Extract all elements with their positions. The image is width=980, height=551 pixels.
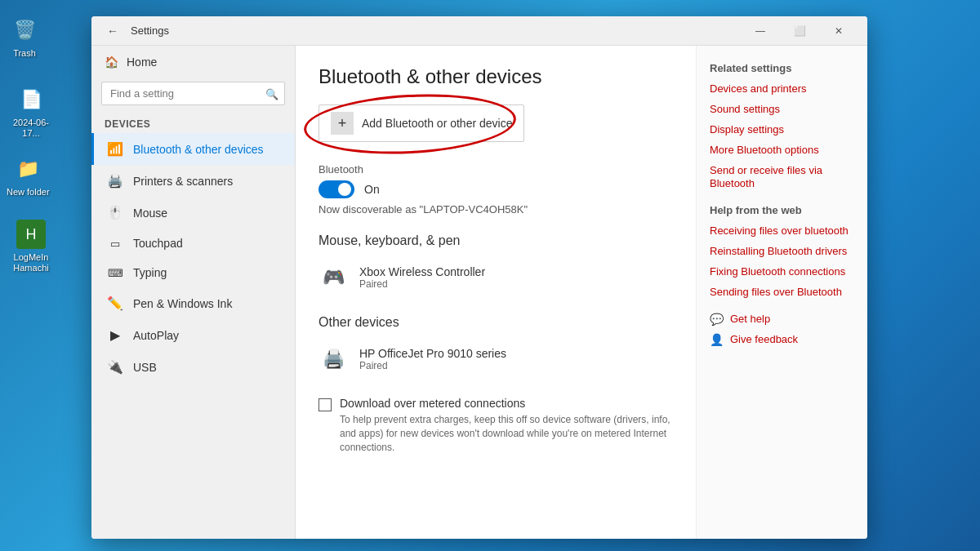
- related-link-devices-printers[interactable]: Devices and printers: [710, 82, 854, 96]
- xbox-status: Paired: [359, 278, 485, 290]
- give-feedback-icon: 👤: [710, 333, 724, 346]
- give-feedback-link[interactable]: Give feedback: [730, 333, 798, 347]
- pen-icon: ✏️: [107, 295, 123, 311]
- download-checkbox[interactable]: [318, 398, 332, 411]
- checkbox-text: Download over metered connections To hel…: [340, 397, 673, 454]
- home-icon: 🏠: [105, 56, 118, 69]
- sidebar-label-pen: Pen & Windows Ink: [133, 297, 232, 310]
- sidebar-label-autoplay: AutoPlay: [133, 329, 179, 342]
- autoplay-icon: ▶: [107, 327, 123, 343]
- home-label: Home: [127, 56, 157, 69]
- device-item-xbox[interactable]: 🎮 Xbox Wireless Controller Paired: [318, 258, 673, 297]
- checkbox-label: Download over metered connections: [340, 397, 673, 410]
- page-title: Bluetooth & other devices: [318, 65, 673, 88]
- hp-printer-icon: 🖨️: [318, 344, 348, 374]
- minimize-button[interactable]: —: [742, 18, 779, 44]
- help-link-reinstalling[interactable]: Reinstalling Bluetooth drivers: [710, 245, 854, 259]
- sidebar-section-label: Devices: [91, 112, 295, 133]
- xbox-name: Xbox Wireless Controller: [359, 265, 485, 278]
- sidebar-item-touchpad[interactable]: ▭ Touchpad: [91, 229, 295, 258]
- sidebar-label-mouse: Mouse: [133, 207, 167, 220]
- typing-icon: ⌨: [107, 267, 123, 279]
- device-section-title-0: Mouse, keyboard, & pen: [318, 233, 673, 248]
- plus-icon: +: [331, 112, 354, 135]
- sidebar-label-usb: USB: [133, 361, 157, 374]
- get-help-icon: 💬: [710, 313, 724, 326]
- sidebar-item-usb[interactable]: 🔌 USB: [91, 351, 295, 383]
- toggle-row: On: [318, 180, 673, 198]
- device-item-hp[interactable]: 🖨️ HP OfficeJet Pro 9010 series Paired: [318, 340, 673, 379]
- sidebar: 🏠 Home 🔍 Devices 📶 Bluetooth & other dev…: [91, 46, 296, 539]
- sidebar-home[interactable]: 🏠 Home: [91, 46, 295, 78]
- related-link-display[interactable]: Display settings: [710, 123, 854, 137]
- bluetooth-section: Bluetooth On Now discoverable as "LAPTOP…: [318, 163, 673, 216]
- add-button-label: Add Bluetooth or other device: [362, 117, 512, 130]
- get-help-link[interactable]: Get help: [730, 313, 770, 327]
- get-help-item: 💬 Get help: [710, 313, 854, 327]
- device-section-0: Mouse, keyboard, & pen 🎮 Xbox Wireless C…: [318, 233, 673, 297]
- related-link-more-bluetooth[interactable]: More Bluetooth options: [710, 144, 854, 158]
- sidebar-item-pen[interactable]: ✏️ Pen & Windows Ink: [91, 287, 295, 319]
- search-container: 🔍: [101, 82, 285, 105]
- checkbox-row: Download over metered connections To hel…: [318, 397, 673, 454]
- sidebar-label-bluetooth: Bluetooth & other devices: [133, 143, 264, 156]
- right-panel: Related settings Devices and printers So…: [696, 46, 867, 539]
- bluetooth-toggle[interactable]: [318, 180, 354, 198]
- sidebar-item-bluetooth[interactable]: 📶 Bluetooth & other devices: [91, 133, 295, 165]
- give-feedback-item: 👤 Give feedback: [710, 333, 854, 347]
- help-title: Help from the web: [710, 204, 854, 216]
- mouse-icon: 🖱️: [107, 205, 123, 220]
- main-content: Bluetooth & other devices + Add Bluetoot…: [296, 46, 696, 539]
- sidebar-item-autoplay[interactable]: ▶ AutoPlay: [91, 319, 295, 351]
- checkbox-desc: To help prevent extra charges, keep this…: [340, 413, 673, 454]
- title-bar: ← Settings — ⬜ ✕: [91, 16, 867, 46]
- device-section-title-1: Other devices: [318, 315, 673, 330]
- bluetooth-section-label: Bluetooth: [318, 163, 673, 176]
- bluetooth-icon: 📶: [107, 141, 123, 157]
- sidebar-item-typing[interactable]: ⌨ Typing: [91, 258, 295, 287]
- search-icon: 🔍: [265, 87, 278, 100]
- desktop-icon-logmein[interactable]: H LogMeIn Hamachi: [3, 216, 59, 277]
- maximize-button[interactable]: ⬜: [781, 18, 818, 44]
- back-button[interactable]: ←: [101, 20, 124, 42]
- sidebar-label-typing: Typing: [133, 266, 167, 279]
- toggle-state-label: On: [364, 183, 380, 196]
- hp-status: Paired: [359, 360, 506, 371]
- sidebar-item-mouse[interactable]: 🖱️ Mouse: [91, 197, 295, 229]
- add-bluetooth-button[interactable]: + Add Bluetooth or other device: [318, 104, 524, 142]
- related-settings-title: Related settings: [710, 62, 854, 74]
- hp-name: HP OfficeJet Pro 9010 series: [359, 347, 506, 360]
- related-link-sound[interactable]: Sound settings: [710, 103, 854, 117]
- sidebar-item-printers[interactable]: 🖨️ Printers & scanners: [91, 165, 295, 197]
- desktop-icon-file[interactable]: 📄 2024-06-17...: [3, 82, 59, 142]
- xbox-controller-icon: 🎮: [318, 263, 348, 292]
- settings-window: ← Settings — ⬜ ✕ 🏠 Home 🔍 Devices 📶 Blue…: [91, 16, 867, 539]
- desktop-icon-trash[interactable]: 🗑️ Trash: [7, 12, 42, 62]
- toggle-knob: [338, 183, 351, 196]
- content-area: 🏠 Home 🔍 Devices 📶 Bluetooth & other dev…: [91, 46, 867, 539]
- touchpad-icon: ▭: [107, 238, 123, 250]
- printers-icon: 🖨️: [107, 173, 123, 189]
- window-title: Settings: [131, 24, 169, 37]
- sidebar-label-printers: Printers & scanners: [133, 175, 233, 188]
- help-link-sending[interactable]: Sending files over Bluetooth: [710, 286, 854, 300]
- help-link-receiving[interactable]: Receiving files over bluetooth: [710, 224, 854, 238]
- hp-info: HP OfficeJet Pro 9010 series Paired: [359, 347, 506, 371]
- usb-icon: 🔌: [107, 359, 123, 375]
- search-input[interactable]: [101, 82, 285, 105]
- related-link-send-receive[interactable]: Send or receive files via Bluetooth: [710, 164, 854, 192]
- close-button[interactable]: ✕: [820, 18, 858, 44]
- desktop-icon-new-folder[interactable]: 📁 New folder: [3, 151, 53, 201]
- window-controls: — ⬜ ✕: [742, 18, 858, 44]
- sidebar-label-touchpad: Touchpad: [133, 237, 183, 250]
- discoverable-text: Now discoverable as "LAPTOP-VC4OH58K": [318, 203, 673, 216]
- xbox-info: Xbox Wireless Controller Paired: [359, 265, 485, 290]
- device-section-1: Other devices 🖨️ HP OfficeJet Pro 9010 s…: [318, 315, 673, 379]
- help-link-fixing[interactable]: Fixing Bluetooth connections: [710, 265, 854, 279]
